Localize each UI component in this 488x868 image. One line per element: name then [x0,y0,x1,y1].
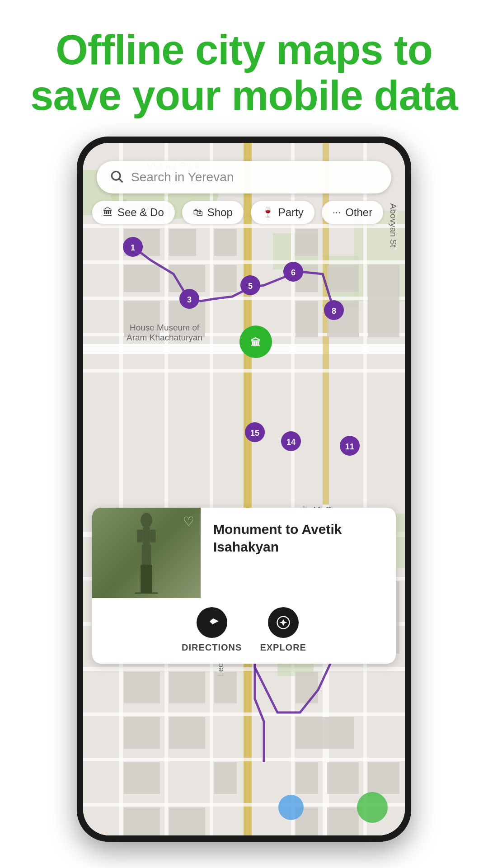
svg-rect-108 [143,528,150,545]
info-card-image: ♡ [92,508,201,598]
chip-party[interactable]: 🍷 Party [251,201,314,224]
info-card-top: ♡ Monument to Avetik Isahakyan [92,508,396,598]
svg-rect-81 [327,807,359,835]
svg-point-107 [141,513,152,528]
svg-point-86 [278,795,304,820]
svg-rect-13 [83,369,405,373]
svg-rect-109 [137,530,143,542]
phone-screen: 🏛 [83,143,405,835]
svg-text:14: 14 [286,438,296,447]
svg-rect-24 [169,265,205,292]
svg-text:8: 8 [332,307,336,316]
shop-icon: 🛍 [193,207,203,218]
explore-icon [268,607,299,638]
info-card: ♡ Monument to Avetik Isahakyan [92,508,396,664]
search-placeholder: Search in Yerevan [131,170,234,184]
svg-rect-110 [150,530,156,542]
svg-rect-73 [124,762,160,794]
svg-rect-21 [214,229,237,256]
chip-shop[interactable]: 🛍 Shop [182,201,244,224]
svg-rect-111 [142,545,146,566]
svg-rect-78 [124,807,160,835]
svg-rect-79 [169,807,205,835]
svg-rect-75 [296,762,318,794]
svg-rect-23 [124,265,160,292]
svg-rect-71 [169,717,205,749]
svg-rect-70 [124,717,160,749]
svg-point-105 [112,172,120,180]
svg-rect-68 [214,672,237,703]
svg-rect-113 [141,565,146,594]
svg-text:1: 1 [131,243,135,252]
svg-rect-72 [296,717,354,749]
header-section: Offline city maps to save your mobile da… [0,0,488,137]
other-icon: ··· [333,207,341,218]
svg-rect-14 [119,143,123,505]
directions-button[interactable]: DIRECTIONS [182,607,242,653]
svg-rect-67 [169,672,205,703]
party-icon: 🍷 [262,207,274,218]
filter-chips: 🏛 See & Do 🛍 Shop 🍷 Party ··· Other [92,201,383,224]
svg-rect-44 [83,803,405,807]
svg-rect-22 [296,229,318,256]
headline: Offline city maps to save your mobile da… [27,27,461,118]
svg-rect-7 [244,143,252,505]
svg-rect-11 [83,297,405,300]
svg-rect-27 [327,265,359,292]
svg-rect-9 [83,224,405,228]
svg-text:🏛: 🏛 [251,337,261,349]
svg-text:6: 6 [291,268,296,277]
directions-icon [197,607,227,638]
svg-point-85 [357,792,388,823]
directions-label: DIRECTIONS [182,642,242,653]
svg-rect-76 [327,762,359,794]
svg-rect-18 [363,143,367,505]
info-card-actions: DIRECTIONS EXPLORE [92,598,396,664]
search-bar[interactable]: Search in Yerevan [97,161,391,193]
search-icon [109,169,124,185]
svg-rect-32 [368,265,399,337]
svg-rect-10 [83,260,405,264]
see-do-icon: 🏛 [103,207,113,218]
svg-rect-77 [368,762,399,794]
svg-text:15: 15 [250,429,259,438]
svg-rect-30 [296,301,318,337]
svg-rect-66 [124,672,160,703]
svg-rect-115 [135,593,158,594]
explore-button[interactable]: EXPLORE [260,607,306,653]
svg-rect-25 [214,265,237,292]
svg-line-106 [119,179,122,182]
chip-see-do[interactable]: 🏛 See & Do [92,201,175,224]
svg-text:5: 5 [248,282,253,291]
phone-frame: 🏛 [77,137,411,842]
svg-rect-112 [146,545,151,566]
chip-other[interactable]: ··· Other [322,201,383,224]
svg-rect-16 [210,143,213,505]
svg-rect-69 [296,672,318,703]
svg-rect-74 [214,762,237,794]
heart-icon[interactable]: ♡ [183,514,194,529]
map-area[interactable]: 🏛 [83,143,405,835]
svg-rect-43 [83,758,405,761]
svg-rect-42 [83,712,405,716]
svg-text:11: 11 [345,442,354,451]
svg-rect-41 [83,667,405,671]
svg-rect-28 [124,301,160,337]
svg-rect-114 [146,565,152,594]
info-card-content: Monument to Avetik Isahakyan [201,508,396,598]
explore-label: EXPLORE [260,642,306,653]
info-card-title: Monument to Avetik Isahakyan [213,520,383,556]
svg-rect-20 [169,229,196,256]
svg-marker-117 [279,619,287,626]
svg-text:3: 3 [187,295,192,304]
svg-rect-15 [164,143,168,505]
